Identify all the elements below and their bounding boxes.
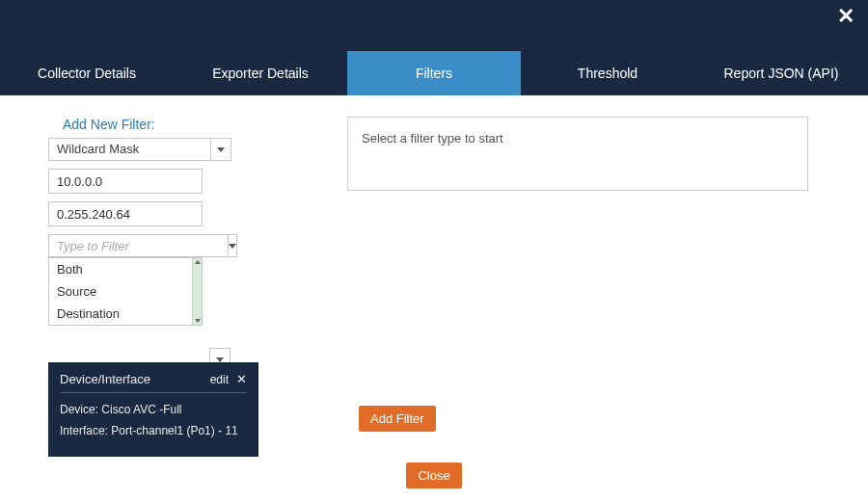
chevron-down-icon[interactable] <box>228 234 237 257</box>
tab-filters[interactable]: Filters <box>347 51 521 95</box>
tab-collector-details[interactable]: Collector Details <box>0 51 174 95</box>
filter-hint-panel: Select a filter type to start <box>347 117 808 191</box>
type-filter-combo[interactable]: Both Source Destination <box>48 234 231 257</box>
card-device-line: Device: Cisco AVC -Full <box>60 403 247 416</box>
close-button[interactable]: Close <box>406 462 461 489</box>
mask-select-value: Wildcard Mask <box>48 138 210 161</box>
dropdown-scrollbar[interactable] <box>192 258 202 325</box>
device-interface-card: Device/Interface edit ✕ Device: Cisco AV… <box>48 362 258 457</box>
card-title: Device/Interface <box>60 372 150 386</box>
wildcard-mask-field[interactable] <box>48 201 203 226</box>
option-both[interactable]: Both <box>49 258 202 280</box>
card-interface-line: Interface: Port-channel1 (Po1) - 11 <box>60 424 247 437</box>
card-edit-link[interactable]: edit <box>210 373 229 386</box>
dialog-header: ✕ <box>0 0 868 51</box>
add-filter-button[interactable]: Add Filter <box>359 406 436 432</box>
tab-report-json[interactable]: Report JSON (API) <box>694 51 868 95</box>
type-filter-input[interactable] <box>48 234 228 257</box>
form-title: Add New Filter: <box>63 117 347 132</box>
card-close-icon[interactable]: ✕ <box>236 372 247 386</box>
option-destination[interactable]: Destination <box>49 303 202 325</box>
chevron-down-icon[interactable] <box>210 138 231 161</box>
dialog-footer: Close <box>0 462 868 489</box>
tab-threshold[interactable]: Threshold <box>521 51 694 95</box>
option-source[interactable]: Source <box>49 280 202 303</box>
ip-address-field[interactable] <box>48 169 203 194</box>
mask-select[interactable]: Wildcard Mask <box>48 138 231 161</box>
close-icon[interactable]: ✕ <box>837 6 854 27</box>
tab-bar: Collector Details Exporter Details Filte… <box>0 51 868 95</box>
type-filter-dropdown: Both Source Destination <box>48 257 203 326</box>
tab-exporter-details[interactable]: Exporter Details <box>174 51 347 95</box>
